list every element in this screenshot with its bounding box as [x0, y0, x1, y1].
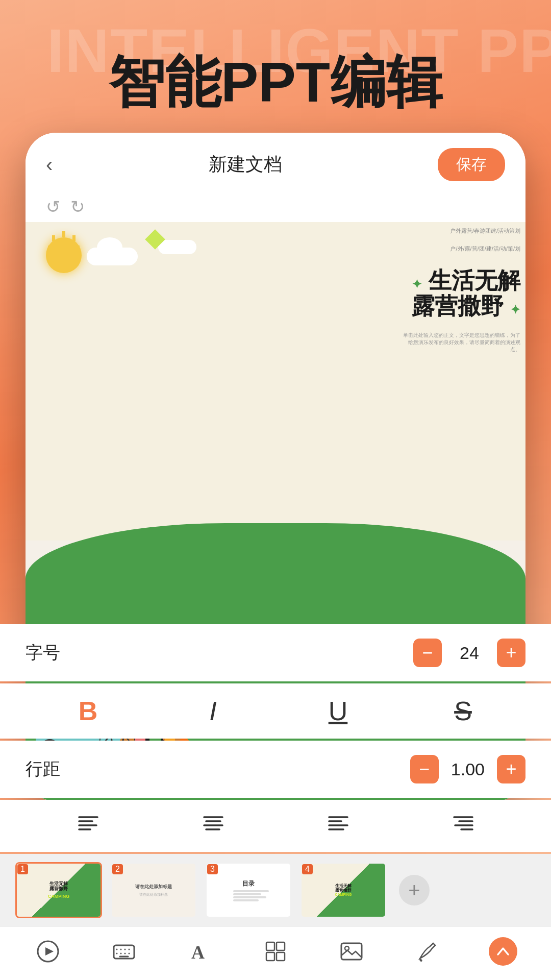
keyboard-icon — [110, 937, 138, 966]
slide-thumbnail-2[interactable]: 2 请在此处添加标题 请在此处添加标题 — [110, 862, 197, 918]
play-icon — [34, 937, 62, 966]
font-size-value: 24 — [454, 643, 485, 663]
line-spacing-value: 1.00 — [451, 760, 485, 779]
align-left-button[interactable] — [77, 812, 99, 840]
svg-marker-25 — [45, 947, 54, 955]
svg-rect-41 — [341, 943, 362, 960]
svg-rect-40 — [277, 952, 285, 961]
slide-main-line2: 露营撒野 — [412, 293, 504, 319]
texture-nav-button[interactable] — [261, 937, 290, 966]
font-size-decrease-button[interactable]: − — [413, 639, 442, 667]
thumb-img-2: 请在此处添加标题 请在此处添加标题 — [112, 864, 195, 917]
font-size-control: 字号 − 24 + — [0, 624, 551, 681]
bottom-controls-panel: 字号 − 24 + B I U S 行距 − 1.00 + 1 — [0, 624, 551, 980]
add-slide-button[interactable]: + — [399, 875, 430, 905]
svg-rect-37 — [266, 942, 274, 950]
italic-button[interactable]: I — [188, 696, 239, 726]
slide-main-line1: 生活无解 — [429, 267, 520, 293]
brush-icon — [413, 937, 441, 966]
slide-top-right-text: 户外露营/春游团建/活动策划 — [450, 227, 520, 235]
sparkle-icon-2: ✦ — [510, 303, 520, 316]
thumb-img-3: 目录 — [207, 864, 290, 917]
line-spacing-control: 行距 − 1.00 + — [0, 741, 551, 798]
svg-rect-39 — [266, 952, 274, 961]
thumb-box-4: 生活无解露营撒野 CAMPING — [300, 862, 387, 918]
thumb-box-2: 请在此处添加标题 请在此处添加标题 — [110, 862, 197, 918]
slide-thumbnail-3[interactable]: 3 目录 — [205, 862, 292, 918]
align-center-button[interactable] — [327, 812, 349, 840]
back-button[interactable]: ‹ — [46, 153, 53, 176]
expand-nav-button[interactable] — [489, 937, 517, 966]
slide-cloud-1 — [87, 248, 138, 265]
redo-button[interactable]: ↻ — [70, 197, 85, 217]
svg-text:A: A — [191, 942, 205, 963]
hero-title: 智能PPT编辑 — [0, 51, 551, 113]
thumb-num-3: 3 — [207, 864, 218, 874]
slide-thumbnail-4[interactable]: 4 生活无解露营撒野 CAMPING — [300, 862, 387, 918]
save-button[interactable]: 保存 — [438, 148, 505, 181]
alignment-row — [0, 800, 551, 852]
thumb-num-4: 4 — [302, 864, 313, 874]
undo-button[interactable]: ↺ — [46, 197, 60, 217]
slide-thumbnail-1[interactable]: 1 生活无解露营撒野 CAMPING — [15, 862, 102, 918]
thumb-num-2: 2 — [112, 864, 123, 874]
style-nav-button[interactable] — [413, 937, 441, 966]
font-size-increase-button[interactable]: + — [497, 639, 525, 667]
slide-main-heading: ✦ 生活无解 露营撒野 ✦ — [412, 268, 520, 318]
thumb-box-3: 目录 — [205, 862, 292, 918]
image-icon — [337, 937, 366, 966]
edit-toolbar: ↺ ↻ — [26, 191, 525, 222]
thumb-num-1: 1 — [17, 864, 28, 874]
image-nav-button[interactable] — [337, 937, 366, 966]
align-center-left-button[interactable] — [202, 812, 224, 840]
align-right-button[interactable] — [452, 812, 474, 840]
slide-sun — [46, 237, 82, 273]
thumb-img-1: 生活无解露营撒野 CAMPING — [17, 864, 101, 917]
slide-thumbnails: 1 生活无解露营撒野 CAMPING 2 请在此处添加标题 请在此处添加标题 — [0, 854, 551, 926]
slide-body-copy: 单击此处输入您的正文，文字是您思想的镜练，为了给您演乐发布的良好效果，请尽量简商… — [403, 332, 520, 353]
keyboard-nav-button[interactable] — [110, 937, 138, 966]
underline-button[interactable]: U — [313, 696, 364, 726]
font-size-label: 字号 — [26, 641, 413, 665]
slide-subtitle-text: 户/外/露/营/团/建/活/动/策/划 — [450, 245, 520, 253]
bold-button[interactable]: B — [63, 696, 114, 726]
thumb-img-4: 生活无解露营撒野 CAMPING — [302, 864, 385, 917]
slide-cloud-2 — [158, 240, 196, 254]
phone-header: ‹ 新建文档 保存 — [26, 133, 525, 191]
play-nav-button[interactable] — [34, 937, 62, 966]
sparkle-icon-1: ✦ — [412, 277, 422, 291]
text-nav-button[interactable]: A — [185, 937, 214, 966]
line-spacing-increase-button[interactable]: + — [497, 755, 525, 783]
texture-icon — [261, 937, 290, 966]
line-spacing-label: 行距 — [26, 757, 410, 781]
thumb-box-1: 生活无解露营撒野 CAMPING — [15, 862, 102, 918]
line-spacing-decrease-button[interactable]: − — [410, 755, 439, 783]
document-title: 新建文档 — [209, 152, 282, 177]
text-icon: A — [185, 937, 214, 966]
svg-rect-38 — [277, 942, 285, 950]
text-format-row: B I U S — [0, 683, 551, 739]
bottom-nav: A — [0, 926, 551, 980]
svg-point-42 — [345, 946, 349, 950]
strikethrough-button[interactable]: S — [438, 696, 489, 726]
